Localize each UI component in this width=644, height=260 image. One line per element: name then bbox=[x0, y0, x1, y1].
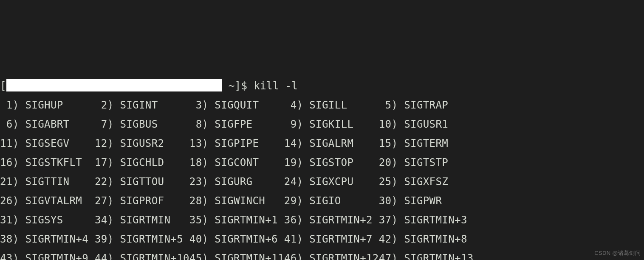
prompt-line: [ ~]$ kill -l bbox=[0, 77, 644, 96]
redacted-block bbox=[6, 79, 222, 91]
prompt-open-bracket: [ bbox=[0, 80, 6, 92]
prompt-close: ~]$ bbox=[222, 80, 254, 92]
command-text: kill -l bbox=[254, 80, 298, 92]
terminal-output[interactable]: [ ~]$ kill -l 1) SIGHUP 2) SIGINT 3) SIG… bbox=[0, 77, 644, 260]
signal-list: 1) SIGHUP 2) SIGINT 3) SIGQUIT 4) SIGILL… bbox=[0, 99, 474, 260]
watermark-text: CSDN @诸葛剑问 bbox=[594, 248, 641, 258]
